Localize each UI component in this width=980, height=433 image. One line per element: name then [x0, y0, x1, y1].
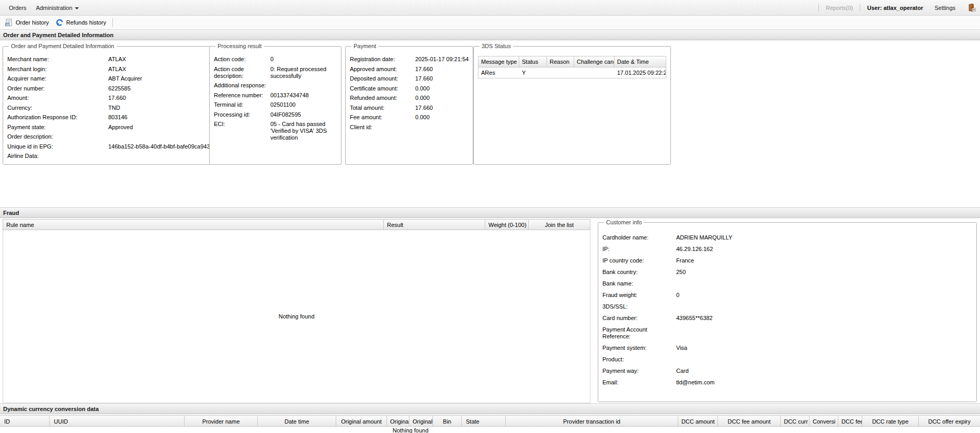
logout-icon[interactable]: [967, 3, 976, 12]
field-value: 04IF082595: [270, 111, 337, 118]
field-value: 0.000: [415, 95, 430, 101]
section-header-dcc-label: Dynamic currency conversion data: [3, 406, 99, 412]
field-label: Authorization Response ID:: [7, 114, 108, 121]
field-label: Order description:: [7, 133, 108, 140]
order-info-fields: Merchant name: ATLAX Merchant login: ATL…: [7, 56, 213, 159]
section-header-detail: Order and Payment Detailed Information: [0, 29, 980, 40]
field-row: Payment state: Approved: [7, 124, 213, 131]
field-value: 0: Request processed successfully: [270, 66, 337, 79]
column-header: Original f: [387, 416, 409, 426]
field-value: 0.000: [415, 114, 430, 121]
field-value: ABT Acquirer: [108, 75, 142, 82]
threeds-table-header: Message type Status Reason Challenge can…: [478, 56, 666, 67]
menu-separator: [818, 4, 819, 12]
field-label: Payment system:: [602, 345, 676, 351]
column-header: Conversi: [810, 416, 838, 426]
field-label: Merchant login:: [7, 66, 108, 73]
toolbar-separator: [112, 18, 113, 27]
cell-reason: [547, 67, 574, 78]
field-label: Approved amount:: [350, 66, 415, 73]
column-header: State: [462, 416, 506, 426]
field-label: Card number:: [602, 315, 676, 322]
refunds-history-button[interactable]: Refunds history: [52, 17, 109, 28]
field-label: Action code description:: [214, 66, 270, 79]
field-value: 0: [270, 56, 337, 63]
field-value: 05 - Card has passed 'Verified by VISA' …: [270, 121, 337, 141]
field-row: Cardholder name: ADRIEN MARQUILLY: [602, 234, 972, 241]
field-label: Fraud weight:: [602, 292, 676, 299]
field-value: France: [676, 257, 694, 264]
column-header: UUID: [50, 416, 185, 426]
field-value: 17.660: [415, 105, 433, 111]
field-label: Bank name:: [602, 280, 676, 287]
menu-separator: [860, 4, 860, 12]
menu-bar: Orders Administration Reports(0) User: a…: [0, 0, 980, 16]
user-label: User: atlax_operator: [867, 5, 923, 11]
field-value: 0.000: [415, 85, 430, 92]
field-row: ECI: 05 - Card has passed 'Verified by V…: [214, 121, 337, 141]
column-header: Original amount: [336, 416, 387, 426]
column-header: Provider transaction id: [506, 416, 678, 426]
field-label: Unique id in EPG:: [7, 143, 108, 150]
cell-message-type: ARes: [478, 67, 519, 78]
processing-result-legend: Processing result: [215, 43, 264, 49]
field-row: Refunded amount: 0.000: [350, 95, 469, 101]
blue-circular-arrow-icon: [55, 18, 64, 27]
processing-result-fields: Action code: 0 Action code description: …: [214, 56, 337, 141]
app-window: Orders Administration Reports(0) User: a…: [0, 0, 980, 433]
field-label: Airline Data:: [7, 153, 108, 159]
table-row[interactable]: ARes Y 17.01.2025 09:22:28: [478, 67, 666, 78]
section-header-fraud-label: Fraud: [3, 210, 19, 216]
field-value: Card: [676, 368, 689, 374]
field-value: 146ba152-b58a-40df-b4bf-bafe09ca943d: [108, 143, 213, 150]
customer-info-legend: Customer info: [604, 219, 644, 225]
empty-placeholder: Nothing found: [279, 313, 315, 320]
field-value: 17.660: [415, 66, 433, 73]
column-header: Reason: [547, 56, 574, 67]
field-row: Additional response:: [214, 82, 337, 89]
cell-status: Y: [519, 67, 547, 78]
column-header: Original c: [409, 416, 433, 426]
processing-result-panel: Processing result Action code: 0 Action …: [209, 43, 341, 165]
field-value: tld@netim.com: [676, 379, 715, 386]
field-row: Fraud weight: 0: [602, 292, 972, 299]
menu-reports[interactable]: Reports(0): [826, 5, 853, 11]
field-row: Authorization Response ID: 803146: [7, 114, 213, 121]
field-row: Merchant name: ATLAX: [7, 56, 213, 63]
section-header-dcc: Dynamic currency conversion data: [0, 403, 980, 414]
column-header: Challenge cancel: [574, 56, 614, 67]
order-history-button[interactable]: Order history: [2, 17, 52, 28]
menu-administration-label: Administration: [36, 5, 73, 11]
section-header-detail-label: Order and Payment Detailed Information: [3, 32, 113, 38]
menu-orders[interactable]: Orders: [4, 3, 31, 13]
field-label: Product:: [602, 356, 676, 363]
field-value: Approved: [108, 124, 133, 131]
field-row: Merchant login: ATLAX: [7, 66, 213, 73]
column-header: Message type: [478, 56, 519, 67]
field-row: Payment system: Visa: [602, 345, 972, 351]
field-label: Currency:: [7, 105, 108, 111]
field-row: Email: tld@netim.com: [602, 379, 972, 386]
field-row: Registration date: 2025-01-17 09:21:54: [350, 56, 469, 63]
field-value: 17.660: [415, 75, 433, 82]
field-label: Amount:: [7, 95, 108, 101]
field-label: Cardholder name:: [602, 234, 676, 241]
dcc-table-header: ID UUID Provider name Date time Original…: [0, 415, 980, 427]
field-row: Payment Account Reference:: [602, 326, 972, 340]
column-header: Date time: [258, 416, 336, 426]
field-label: Action code:: [214, 56, 270, 63]
field-row: Product:: [602, 356, 972, 363]
column-header: Weight (0-100): [485, 220, 529, 230]
order-history-label: Order history: [16, 19, 49, 26]
chevron-down-icon: [75, 7, 79, 9]
column-header: Rule name: [3, 220, 384, 230]
column-header: DCC amount: [678, 416, 718, 426]
field-label: Acquirer name:: [7, 75, 108, 82]
field-row: Order description:: [7, 133, 213, 140]
column-header: Provider name: [185, 416, 258, 426]
field-row: IP country code: France: [602, 257, 972, 264]
menu-settings[interactable]: Settings: [930, 3, 960, 13]
threeds-table: Message type Status Reason Challenge can…: [478, 56, 666, 78]
menu-administration[interactable]: Administration: [31, 3, 84, 13]
field-value: 439655**6382: [676, 315, 713, 322]
